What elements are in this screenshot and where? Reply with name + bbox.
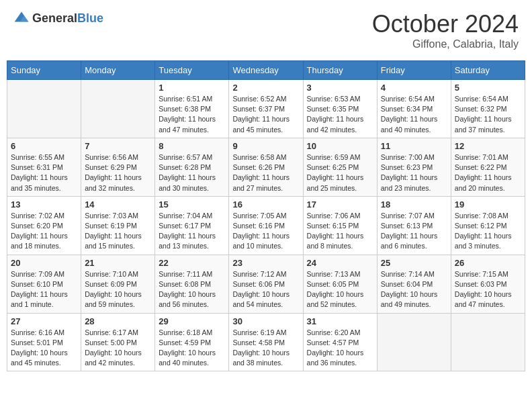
- calendar-week-1: 1Sunrise: 6:51 AMSunset: 6:38 PMDaylight…: [7, 80, 525, 138]
- day-number: 27: [11, 316, 77, 326]
- calendar-weekday-monday: Monday: [81, 61, 155, 80]
- calendar-cell: 6Sunrise: 6:55 AMSunset: 6:31 PMDaylight…: [7, 138, 81, 196]
- calendar-cell: 9Sunrise: 6:58 AMSunset: 6:26 PMDaylight…: [229, 138, 303, 196]
- calendar-cell: 1Sunrise: 6:51 AMSunset: 6:38 PMDaylight…: [155, 80, 229, 138]
- day-info: Sunrise: 6:18 AMSunset: 4:59 PMDaylight:…: [159, 328, 225, 369]
- day-info: Sunrise: 6:53 AMSunset: 6:35 PMDaylight:…: [307, 94, 373, 135]
- month-title: October 2024: [372, 10, 519, 38]
- day-info: Sunrise: 7:02 AMSunset: 6:20 PMDaylight:…: [11, 211, 77, 252]
- day-info: Sunrise: 6:20 AMSunset: 4:57 PMDaylight:…: [307, 328, 373, 369]
- calendar-cell: 4Sunrise: 6:54 AMSunset: 6:34 PMDaylight…: [377, 80, 451, 138]
- calendar-cell: 28Sunrise: 6:17 AMSunset: 5:00 PMDayligh…: [81, 313, 155, 371]
- calendar-cell: 11Sunrise: 7:00 AMSunset: 6:23 PMDayligh…: [377, 138, 451, 196]
- day-info: Sunrise: 7:00 AMSunset: 6:23 PMDaylight:…: [381, 152, 447, 193]
- logo-icon: [13, 10, 30, 26]
- day-number: 12: [455, 141, 521, 151]
- calendar-cell: 30Sunrise: 6:19 AMSunset: 4:58 PMDayligh…: [229, 313, 303, 371]
- day-number: 9: [232, 141, 299, 151]
- day-number: 19: [455, 199, 521, 210]
- calendar-cell: 31Sunrise: 6:20 AMSunset: 4:57 PMDayligh…: [303, 313, 377, 371]
- day-number: 23: [232, 258, 299, 268]
- calendar-cell: 10Sunrise: 6:59 AMSunset: 6:25 PMDayligh…: [303, 138, 377, 196]
- day-info: Sunrise: 7:08 AMSunset: 6:12 PMDaylight:…: [455, 211, 521, 252]
- day-number: 21: [85, 258, 151, 268]
- day-info: Sunrise: 6:57 AMSunset: 6:28 PMDaylight:…: [159, 152, 225, 193]
- calendar-cell: [377, 313, 451, 371]
- day-number: 7: [85, 141, 151, 151]
- day-number: 15: [159, 199, 225, 210]
- calendar-cell: 5Sunrise: 6:54 AMSunset: 6:32 PMDaylight…: [451, 80, 525, 138]
- calendar-week-5: 27Sunrise: 6:16 AMSunset: 5:01 PMDayligh…: [7, 313, 525, 371]
- day-number: 4: [381, 83, 447, 93]
- day-number: 11: [381, 141, 447, 151]
- calendar-cell: 25Sunrise: 7:14 AMSunset: 6:04 PMDayligh…: [377, 255, 451, 313]
- day-number: 20: [11, 258, 77, 268]
- calendar-week-3: 13Sunrise: 7:02 AMSunset: 6:20 PMDayligh…: [7, 196, 525, 255]
- calendar-cell: 12Sunrise: 7:01 AMSunset: 6:22 PMDayligh…: [451, 138, 525, 196]
- calendar-cell: 17Sunrise: 7:06 AMSunset: 6:15 PMDayligh…: [303, 196, 377, 255]
- calendar-cell: 22Sunrise: 7:11 AMSunset: 6:08 PMDayligh…: [155, 255, 229, 313]
- calendar-week-4: 20Sunrise: 7:09 AMSunset: 6:10 PMDayligh…: [7, 255, 525, 313]
- calendar-cell: 20Sunrise: 7:09 AMSunset: 6:10 PMDayligh…: [7, 255, 81, 313]
- day-number: 14: [85, 199, 151, 210]
- day-info: Sunrise: 7:03 AMSunset: 6:19 PMDaylight:…: [85, 211, 151, 252]
- calendar-weekday-tuesday: Tuesday: [155, 61, 229, 80]
- day-number: 1: [159, 83, 225, 93]
- day-number: 8: [159, 141, 225, 151]
- day-number: 18: [381, 199, 447, 210]
- calendar-cell: [81, 80, 155, 138]
- logo: GeneralBlue: [13, 10, 103, 26]
- day-number: 31: [307, 316, 373, 326]
- day-info: Sunrise: 6:51 AMSunset: 6:38 PMDaylight:…: [159, 94, 225, 135]
- day-info: Sunrise: 7:01 AMSunset: 6:22 PMDaylight:…: [455, 152, 521, 193]
- day-info: Sunrise: 7:09 AMSunset: 6:10 PMDaylight:…: [11, 269, 77, 310]
- calendar-cell: 16Sunrise: 7:05 AMSunset: 6:16 PMDayligh…: [229, 196, 303, 255]
- day-info: Sunrise: 7:06 AMSunset: 6:15 PMDaylight:…: [307, 211, 373, 252]
- calendar-weekday-wednesday: Wednesday: [229, 61, 303, 80]
- calendar-cell: 21Sunrise: 7:10 AMSunset: 6:09 PMDayligh…: [81, 255, 155, 313]
- day-info: Sunrise: 6:55 AMSunset: 6:31 PMDaylight:…: [11, 152, 77, 193]
- day-info: Sunrise: 7:13 AMSunset: 6:05 PMDaylight:…: [307, 269, 373, 310]
- day-number: 3: [307, 83, 373, 93]
- calendar-cell: 2Sunrise: 6:52 AMSunset: 6:37 PMDaylight…: [229, 80, 303, 138]
- day-info: Sunrise: 6:17 AMSunset: 5:00 PMDaylight:…: [85, 328, 151, 369]
- day-number: 22: [159, 258, 225, 268]
- calendar-cell: 3Sunrise: 6:53 AMSunset: 6:35 PMDaylight…: [303, 80, 377, 138]
- day-info: Sunrise: 7:12 AMSunset: 6:06 PMDaylight:…: [232, 269, 299, 310]
- title-section: October 2024 Giffone, Calabria, Italy: [372, 10, 519, 50]
- calendar-weekday-sunday: Sunday: [7, 61, 81, 80]
- calendar-cell: 24Sunrise: 7:13 AMSunset: 6:05 PMDayligh…: [303, 255, 377, 313]
- day-number: 17: [307, 199, 373, 210]
- page-header: GeneralBlue October 2024 Giffone, Calabr…: [7, 7, 525, 54]
- calendar-weekday-friday: Friday: [377, 61, 451, 80]
- calendar-week-2: 6Sunrise: 6:55 AMSunset: 6:31 PMDaylight…: [7, 138, 525, 196]
- day-number: 26: [455, 258, 521, 268]
- day-number: 10: [307, 141, 373, 151]
- day-info: Sunrise: 6:59 AMSunset: 6:25 PMDaylight:…: [307, 152, 373, 193]
- day-info: Sunrise: 7:05 AMSunset: 6:16 PMDaylight:…: [232, 211, 299, 252]
- calendar-cell: 8Sunrise: 6:57 AMSunset: 6:28 PMDaylight…: [155, 138, 229, 196]
- day-number: 30: [232, 316, 299, 326]
- day-info: Sunrise: 7:14 AMSunset: 6:04 PMDaylight:…: [381, 269, 447, 310]
- day-number: 6: [11, 141, 77, 151]
- day-info: Sunrise: 6:54 AMSunset: 6:34 PMDaylight:…: [381, 94, 447, 135]
- day-number: 2: [232, 83, 299, 93]
- day-number: 24: [307, 258, 373, 268]
- calendar-cell: [451, 313, 525, 371]
- location: Giffone, Calabria, Italy: [372, 38, 519, 50]
- day-info: Sunrise: 6:54 AMSunset: 6:32 PMDaylight:…: [455, 94, 521, 135]
- calendar-weekday-saturday: Saturday: [451, 61, 525, 80]
- calendar-cell: 18Sunrise: 7:07 AMSunset: 6:13 PMDayligh…: [377, 196, 451, 255]
- calendar-cell: 13Sunrise: 7:02 AMSunset: 6:20 PMDayligh…: [7, 196, 81, 255]
- day-info: Sunrise: 6:56 AMSunset: 6:29 PMDaylight:…: [85, 152, 151, 193]
- logo-blue: Blue: [77, 11, 103, 25]
- day-info: Sunrise: 6:58 AMSunset: 6:26 PMDaylight:…: [232, 152, 299, 193]
- day-number: 29: [159, 316, 225, 326]
- day-number: 5: [455, 83, 521, 93]
- day-info: Sunrise: 7:11 AMSunset: 6:08 PMDaylight:…: [159, 269, 225, 310]
- calendar-header-row: SundayMondayTuesdayWednesdayThursdayFrid…: [7, 61, 525, 80]
- calendar-weekday-thursday: Thursday: [303, 61, 377, 80]
- calendar-cell: 7Sunrise: 6:56 AMSunset: 6:29 PMDaylight…: [81, 138, 155, 196]
- calendar-cell: 15Sunrise: 7:04 AMSunset: 6:17 PMDayligh…: [155, 196, 229, 255]
- calendar-cell: 23Sunrise: 7:12 AMSunset: 6:06 PMDayligh…: [229, 255, 303, 313]
